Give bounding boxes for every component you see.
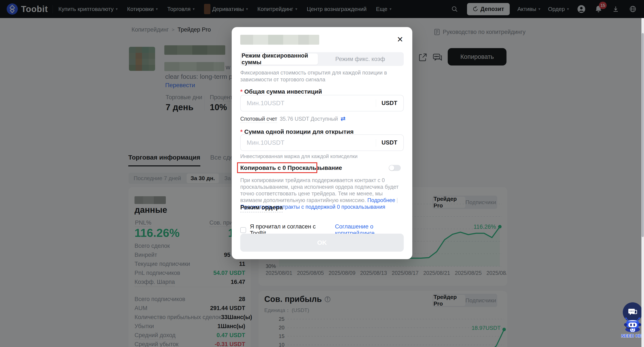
currency-divider xyxy=(376,139,376,147)
copy-settings-modal: ✕ Режим фиксированной суммы Режим фикс. … xyxy=(232,27,412,259)
page-scrollbar[interactable] xyxy=(642,18,644,347)
mode-caption: Фиксированная стоимость открытия для каж… xyxy=(240,69,404,83)
help-robot-mascot[interactable]: NEED HELP? xyxy=(621,317,644,338)
spot-available-value: 35.76 USDT Доступный xyxy=(280,116,338,122)
total-investment-label: Общая сумма инвестиций xyxy=(240,88,322,95)
currency-label: USDT xyxy=(382,100,398,107)
ok-button-disabled[interactable]: OK xyxy=(240,234,404,252)
close-icon[interactable]: ✕ xyxy=(397,36,403,43)
tab-fixed-amount-mode[interactable]: Режим фиксированной суммы xyxy=(242,54,318,65)
toggle-knob xyxy=(389,165,394,170)
agreement-checkbox[interactable] xyxy=(240,227,246,233)
spot-account-row: Спотовый счет 35.76 USDT Доступный ⇄ xyxy=(240,115,346,123)
mode-tabs: Режим фиксированной суммы Режим фикс. ко… xyxy=(240,52,404,66)
currency-divider xyxy=(376,99,376,107)
toobit-copytrading-page: Toobit Купить криптовалюту Котировки Тор… xyxy=(0,0,644,347)
input-placeholder: Мин.10USDT xyxy=(247,139,376,146)
transfer-swap-icon[interactable]: ⇄ xyxy=(340,115,346,122)
input-placeholder: Мин.10USDT xyxy=(247,100,376,107)
tab-fixed-ratio-mode[interactable]: Режим фикс. коэф xyxy=(318,56,402,63)
spot-account-label: Спотовый счет xyxy=(240,116,277,123)
scrollbar-thumb[interactable] xyxy=(642,33,644,237)
robot-icon xyxy=(622,317,643,332)
more-link[interactable]: Подробнее xyxy=(368,197,395,203)
position-amount-helper: Инвестированная маржа для каждой кописде… xyxy=(240,153,358,159)
annotation-highlight-box xyxy=(237,162,317,173)
need-help-text: NEED HELP? xyxy=(621,333,644,338)
zero-slippage-toggle[interactable] xyxy=(389,165,401,171)
currency-label: USDT xyxy=(382,139,398,146)
position-amount-input[interactable]: Мин.10USDT USDT xyxy=(240,134,404,151)
modal-title-blurred xyxy=(240,35,319,45)
order-mode-label[interactable]: Режим ордера xyxy=(240,204,283,212)
total-investment-input[interactable]: Мин.10USDT USDT xyxy=(240,95,404,111)
